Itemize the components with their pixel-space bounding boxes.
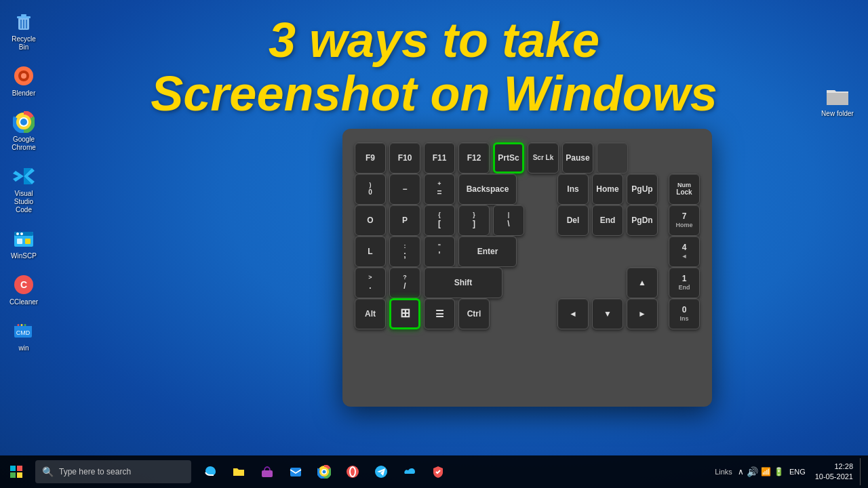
clock-date: 10-05-2021 <box>815 472 853 482</box>
key-pgup[interactable]: PgUp <box>627 174 658 205</box>
svg-rect-29 <box>17 472 22 478</box>
key-bracket-open[interactable]: { [ <box>424 205 455 236</box>
key-backspace[interactable]: Backspace <box>458 174 517 205</box>
keyboard-image: F9 F10 F11 F12 PrtSc Scr Lk Pause ) 0 − … <box>342 129 712 407</box>
taskbar-icon-onedrive[interactable] <box>396 455 423 488</box>
key-scrlk[interactable]: Scr Lk <box>528 142 559 174</box>
recycle-bin-label: Recycle Bin <box>6 35 41 52</box>
key-win[interactable]: ⊞ <box>389 298 420 329</box>
key-up-arrow[interactable]: ▲ <box>627 267 658 298</box>
tray-speaker-icon[interactable]: 🔊 <box>747 466 758 477</box>
svg-point-22 <box>18 324 20 326</box>
chrome-icon <box>12 110 36 134</box>
svg-rect-31 <box>290 468 301 476</box>
taskbar-tray: Links ∧ 🔊 📶 🔋 ENG 12:28 10-05-2021 <box>715 458 868 485</box>
key-ctrl[interactable]: Ctrl <box>458 298 490 329</box>
key-del[interactable]: Del <box>557 205 589 236</box>
key-down-arrow[interactable]: ▼ <box>592 298 623 329</box>
svg-rect-27 <box>17 466 22 471</box>
desktop-icon-recycle-bin[interactable]: Recycle Bin <box>3 7 44 54</box>
key-backslash[interactable]: | \ <box>493 205 524 236</box>
winscp-label: WinSCP <box>11 252 37 260</box>
key-left-arrow[interactable]: ◄ <box>557 298 589 329</box>
taskbar-icon-opera[interactable] <box>339 455 366 488</box>
key-num7[interactable]: 7 Home <box>669 205 700 236</box>
key-semicolon[interactable]: : ; <box>389 236 420 267</box>
key-period[interactable]: > . <box>355 267 386 298</box>
key-equals[interactable]: + = <box>424 174 455 205</box>
svg-rect-26 <box>10 466 16 471</box>
ccleaner-label: CCleaner <box>9 298 38 306</box>
key-pause[interactable]: Pause <box>562 142 593 174</box>
key-numlock[interactable]: Num Lock <box>669 174 700 205</box>
ccleaner-icon: C <box>12 272 36 297</box>
taskbar-icon-edge[interactable] <box>197 455 224 488</box>
taskbar-icon-outlook[interactable] <box>282 455 309 488</box>
key-right-arrow[interactable]: ► <box>627 298 658 329</box>
desktop-icon-ccleaner[interactable]: C CCleaner <box>3 270 44 309</box>
blender-label: Blender <box>12 89 35 98</box>
taskbar-icon-telegram[interactable] <box>368 455 395 488</box>
key-num1[interactable]: 1 End <box>669 267 700 298</box>
key-num4[interactable]: 4 ◄ <box>669 236 700 267</box>
key-alt[interactable]: Alt <box>355 298 386 329</box>
key-f12[interactable]: F12 <box>458 142 490 174</box>
key-slash[interactable]: ? / <box>389 267 420 298</box>
key-o[interactable]: O <box>355 205 386 236</box>
svg-rect-17 <box>25 239 31 244</box>
key-minus[interactable]: − <box>389 174 420 205</box>
svg-point-34 <box>323 470 326 474</box>
desktop-icon-new-folder[interactable]: New folder <box>814 81 861 120</box>
key-f11[interactable]: F11 <box>424 142 455 174</box>
tray-network-icon[interactable]: 📶 <box>761 467 771 476</box>
win-label: win <box>18 344 28 352</box>
key-extra[interactable] <box>597 142 628 174</box>
key-f10[interactable]: F10 <box>389 142 420 174</box>
key-home[interactable]: Home <box>592 174 623 205</box>
desktop-icon-vscode[interactable]: Visual Studio Code <box>3 161 44 217</box>
key-shift[interactable]: Shift <box>424 267 502 298</box>
key-prtsc[interactable]: PrtSc <box>493 142 524 174</box>
win-icon: CMD <box>12 319 36 343</box>
desktop-icon-blender[interactable]: Blender <box>3 61 44 100</box>
key-enter[interactable]: Enter <box>458 236 517 267</box>
key-l[interactable]: L <box>355 236 386 267</box>
tray-battery-icon[interactable]: 🔋 <box>774 467 784 476</box>
keyboard-row-5: > . ? / Shift ▲ 1 End <box>355 267 700 298</box>
keyboard-row-1: F9 F10 F11 F12 PrtSc Scr Lk Pause <box>355 142 700 174</box>
keyboard-row-3: O P { [ } ] | \ Del End PgDn 7 Home <box>355 205 700 236</box>
svg-point-24 <box>24 324 26 326</box>
key-bracket-close[interactable]: } ] <box>458 205 490 236</box>
taskbar-icon-security[interactable] <box>425 455 452 488</box>
taskbar-icon-chrome[interactable] <box>311 455 338 488</box>
key-end[interactable]: End <box>592 205 623 236</box>
key-pgdn[interactable]: PgDn <box>627 205 658 236</box>
taskbar-start-button[interactable] <box>0 455 33 488</box>
svg-text:C: C <box>20 279 27 290</box>
taskbar-search-icon: 🔍 <box>42 466 54 477</box>
desktop-icon-winscp[interactable]: WinSCP <box>3 224 44 263</box>
tray-show-desktop[interactable] <box>860 458 863 485</box>
taskbar-clock[interactable]: 12:28 10-05-2021 <box>811 462 857 483</box>
taskbar-icon-explorer[interactable] <box>225 455 252 488</box>
key-ins[interactable]: Ins <box>557 174 589 205</box>
key-0[interactable]: ) 0 <box>355 174 386 205</box>
tray-lang[interactable]: ENG <box>789 468 806 476</box>
key-quote[interactable]: " ' <box>424 236 455 267</box>
recycle-bin-icon <box>12 9 36 34</box>
taskbar-search-bar[interactable]: 🔍 Type here to search <box>35 460 191 483</box>
svg-point-15 <box>20 232 23 235</box>
svg-point-14 <box>16 232 19 235</box>
key-num0[interactable]: 0 Ins <box>669 298 700 329</box>
taskbar-icon-store[interactable] <box>254 455 281 488</box>
tray-up-arrow-icon[interactable]: ∧ <box>738 467 744 476</box>
key-menu[interactable]: ☰ <box>424 298 455 329</box>
key-f9[interactable]: F9 <box>355 142 386 174</box>
new-folder-icon <box>825 84 850 108</box>
desktop-icon-chrome[interactable]: Google Chrome <box>3 107 44 155</box>
vscode-icon <box>12 164 36 188</box>
svg-point-23 <box>21 324 23 326</box>
key-p[interactable]: P <box>389 205 420 236</box>
tray-links: Links <box>715 468 732 476</box>
desktop-icon-win[interactable]: CMD win <box>3 316 44 355</box>
